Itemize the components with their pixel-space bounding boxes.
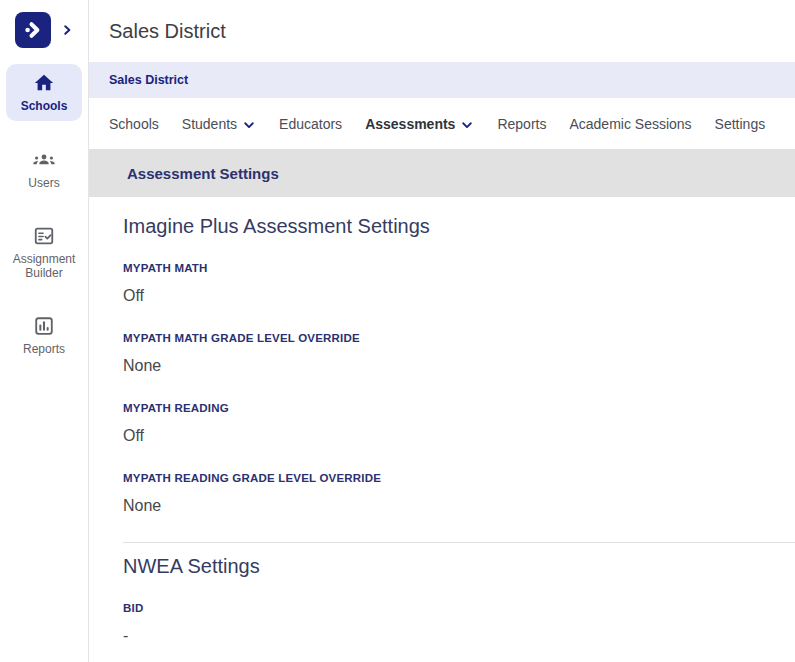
imagine-learning-arrow-icon [21,18,45,42]
field-value: Off [123,427,771,445]
logo-row [15,10,74,50]
section-divider [123,542,795,543]
tab-label: Educators [279,116,342,132]
section-title: Assessment Settings [127,165,279,182]
field-label: BID [123,602,771,614]
page-header: Sales District [89,0,795,62]
sidebar-item-label: Schools [21,99,68,113]
breadcrumb: Sales District [89,62,795,98]
field-bid: BID - [123,602,771,645]
tab-reports[interactable]: Reports [497,116,546,132]
field-value: None [123,497,771,515]
tab-educators[interactable]: Educators [279,116,342,132]
sidebar: Schools Users Assignment Builde [0,0,89,662]
section-header-bar: Assessment Settings [89,149,795,197]
tab-academic-sessions[interactable]: Academic Sessions [569,116,691,132]
chevron-down-icon [242,118,256,132]
groups-icon [32,147,56,171]
tab-nav: Schools Students Educators Assessments R… [89,98,795,149]
bar-chart-icon [33,315,55,337]
sidebar-item-users[interactable]: Users [6,139,82,198]
field-value: Off [123,287,771,305]
field-mypath-math-grade-level-override: MYPATH MATH GRADE LEVEL OVERRIDE None [123,332,771,375]
settings-content: Imagine Plus Assessment Settings MYPATH … [89,197,795,662]
chevron-down-icon [460,118,474,132]
sidebar-item-label: Users [28,176,59,190]
sidebar-item-label: Assignment Builder [8,252,80,281]
sidebar-item-label: Reports [23,342,65,356]
imagine-plus-settings-heading: Imagine Plus Assessment Settings [123,215,771,238]
field-value: - [123,627,771,645]
tab-students[interactable]: Students [182,116,256,132]
tab-label: Students [182,116,237,132]
tab-label: Assessments [365,116,455,132]
tab-label: Schools [109,116,159,132]
field-mypath-reading: MYPATH READING Off [123,402,771,445]
assignment-check-icon [33,225,55,247]
tab-settings[interactable]: Settings [715,116,766,132]
home-icon [33,72,55,94]
field-mypath-math: MYPATH MATH Off [123,262,771,305]
field-value: None [123,357,771,375]
sidebar-item-assignment-builder[interactable]: Assignment Builder [6,217,82,289]
field-label: MYPATH READING [123,402,771,414]
nwea-settings-heading: NWEA Settings [123,555,771,578]
field-mypath-reading-grade-level-override: MYPATH READING GRADE LEVEL OVERRIDE None [123,472,771,515]
breadcrumb-item-sales-district[interactable]: Sales District [109,73,188,87]
chevron-right-icon [60,23,74,37]
tab-label: Academic Sessions [569,116,691,132]
sidebar-item-reports[interactable]: Reports [6,307,82,364]
tab-label: Settings [715,116,766,132]
sidebar-item-schools[interactable]: Schools [6,64,82,121]
sidebar-expand-toggle[interactable] [60,23,74,37]
tab-label: Reports [497,116,546,132]
tab-assessments[interactable]: Assessments [365,116,474,132]
field-label: MYPATH MATH [123,262,771,274]
app-logo[interactable] [15,12,51,48]
field-label: MYPATH MATH GRADE LEVEL OVERRIDE [123,332,771,344]
page-title: Sales District [109,20,226,43]
tab-schools[interactable]: Schools [109,116,159,132]
main-area: Sales District Sales District Schools St… [89,0,795,662]
field-label: MYPATH READING GRADE LEVEL OVERRIDE [123,472,771,484]
